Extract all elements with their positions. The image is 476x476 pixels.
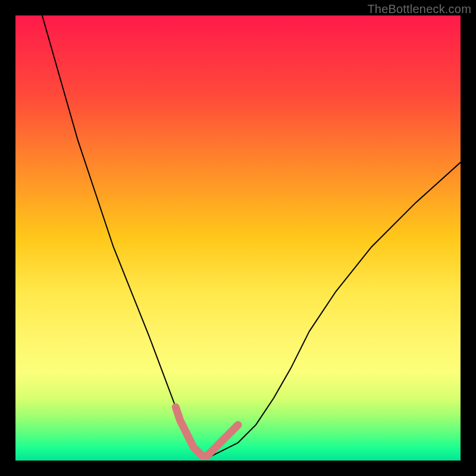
series-bottleneck-curve [42, 15, 461, 456]
watermark-text: TheBottleneck.com [367, 2, 471, 16]
chart-frame: TheBottleneck.com [0, 0, 476, 476]
series-group [42, 15, 461, 456]
series-bottleneck-highlight [176, 407, 238, 456]
chart-svg [15, 15, 461, 461]
plot-area [15, 15, 461, 461]
